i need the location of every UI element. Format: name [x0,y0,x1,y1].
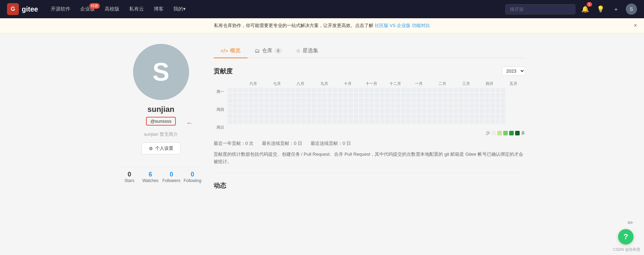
stats-recent: 最近一年贡献：0 次 [214,140,254,147]
stat-stars: 0 Stars [119,171,140,183]
main-container: S sunjian @sunssss ← sunjian 暂无简介 ⚙ 个人设置… [112,33,532,201]
month-labels: 六月七月八月九月十月十一月十二月一月二月三月四月五月 [214,81,525,86]
navbar: G gitee 开源软件 企业版 特惠 高校版 私有云 博客 我的▾ 🔔 5 💡… [0,0,644,18]
settings-label: 个人设置 [155,145,173,152]
profile-tabs: </> 概览 🗂 仓库 6 ☆ 星选集 [214,44,525,58]
star-icon: ☆ [296,48,300,54]
followers-count: 0 [169,171,173,178]
year-selector[interactable]: 2023 [502,67,525,75]
repos-badge: 6 [275,48,282,54]
avatar-area: S sunjian @sunssss ← sunjian 暂无简介 ⚙ 个人设置 [119,44,203,161]
search-input[interactable] [505,4,575,14]
legend-0 [491,131,496,135]
stat-following[interactable]: 0 Following [182,171,203,183]
nav-mine[interactable]: 我的▾ [169,4,190,14]
settings-icon: ⚙ [149,146,153,151]
nav-enterprise[interactable]: 企业版 特惠 [76,4,99,14]
stat-followers[interactable]: 0 Followers [161,171,182,183]
tab-repos-label: 仓库 [262,47,272,54]
tab-repos[interactable]: 🗂 仓库 6 [248,44,289,58]
enterprise-badge: 特惠 [89,3,100,9]
following-count: 0 [191,171,194,178]
contribution-note: 贡献度的统计数据包括代码提交、创建任务 / Pull Request、合并 Pu… [214,151,525,173]
day-labels: 周一周四周日 [214,88,226,130]
contribution-stats: 最近一年贡献：0 次 最长连续贡献：0 日 最近连续贡献：0 日 [214,140,525,147]
banner-close-btn[interactable]: × [634,22,637,29]
main-content: </> 概览 🗂 仓库 6 ☆ 星选集 贡献度 2023 六月七月八月九月十月十… [214,44,525,194]
stars-label: Stars [124,178,134,183]
logo[interactable]: G gitee [7,3,38,15]
user-bio: sunjian 暂无简介 [144,131,178,137]
legend-4 [515,131,520,135]
notification-badge: 5 [587,2,592,7]
nav-open-source[interactable]: 开源软件 [47,4,75,14]
logo-text: gitee [22,5,38,13]
legend-1 [497,131,502,135]
tab-overview-label: 概览 [230,47,241,54]
followers-label: Followers [162,178,180,183]
stat-watches[interactable]: 6 Watches [140,171,161,183]
navbar-right: 🔔 5 💡 ＋ S [505,4,637,15]
avatar: S [133,44,189,100]
promo-banner: 私有仓库协作，你可能需要更专业的一站式解决方案，让开发更高效。点击了解 社区版 … [0,18,644,33]
watches-count: 6 [148,171,152,178]
stats-current: 最近连续贡献：0 日 [311,140,351,147]
watches-label: Watches [142,178,158,183]
logo-icon: G [7,3,19,15]
tab-stars-label: 星选集 [303,47,318,54]
following-label: Following [183,178,201,183]
username: sunjian [147,105,174,114]
profile-sidebar: S sunjian @sunssss ← sunjian 暂无简介 ⚙ 个人设置… [119,44,203,183]
stars-count: 0 [127,171,131,178]
legend-more: 多 [521,130,525,136]
legend-3 [509,131,514,135]
banner-link[interactable]: 社区版 VS 企业版 功能对比 [375,22,430,29]
tab-overview[interactable]: </> 概览 [214,44,248,58]
contribution-section: 贡献度 2023 [214,67,525,75]
notification-btn[interactable]: 🔔 5 [580,4,591,15]
arrow-icon: ← [186,119,193,127]
user-handle: @sunssss [146,117,175,126]
nav-university[interactable]: 高校版 [101,4,124,14]
contribution-title: 贡献度 [214,67,233,75]
settings-button[interactable]: ⚙ 个人设置 [141,142,181,154]
lightbulb-btn[interactable]: 💡 [595,4,606,15]
contribution-body: 周一周四周日 [214,88,525,130]
nav-menu: 开源软件 企业版 特惠 高校版 私有云 博客 我的▾ [47,4,190,14]
user-avatar-btn[interactable]: S [626,4,637,15]
nav-private-cloud[interactable]: 私有云 [125,4,148,14]
code-icon: </> [221,48,228,54]
grid-columns [228,88,525,130]
dynamics-title: 动态 [214,181,525,190]
repo-icon: 🗂 [255,48,260,54]
stats-longest: 最长连续贡献：0 日 [262,140,302,147]
banner-text: 私有仓库协作，你可能需要更专业的一站式解决方案，让开发更高效。点击了解 [214,22,373,29]
nav-blog[interactable]: 博客 [150,4,168,14]
legend-less: 少 [486,130,490,136]
tab-stars[interactable]: ☆ 星选集 [289,44,325,58]
legend-2 [503,131,508,135]
add-btn[interactable]: ＋ [610,4,622,15]
stats-row: 0 Stars 6 Watches 0 Followers 0 Followin… [119,167,203,183]
contribution-legend: 少 多 [214,130,525,136]
